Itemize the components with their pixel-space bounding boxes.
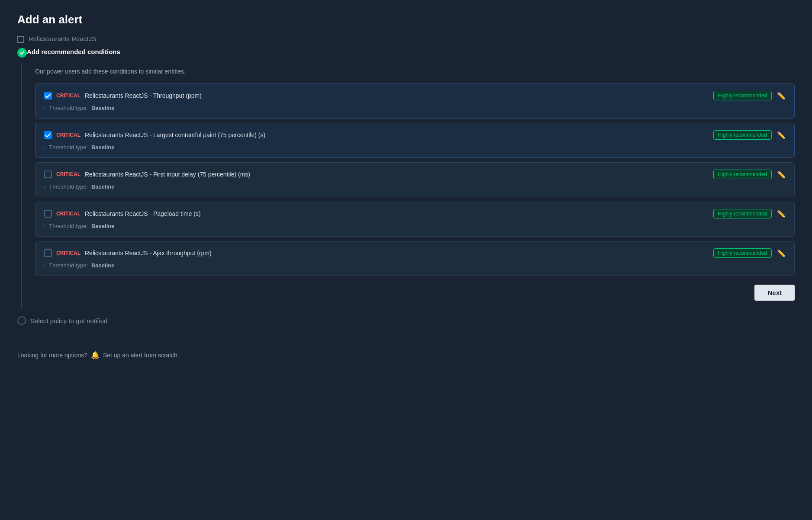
condition-threshold-1: › Threshold type: Baseline [44, 105, 786, 111]
edit-icon-3[interactable]: ✏️ [777, 170, 786, 179]
condition-name-2: Relicstaurants ReactJS - Largest content… [85, 132, 265, 138]
threshold-value-1: Baseline [91, 105, 114, 111]
condition-threshold-5: › Threshold type: Baseline [44, 262, 786, 269]
condition-right-2: Highly recommended ✏️ [713, 130, 786, 140]
footer: Looking for more options? 🔔 Set up an al… [17, 351, 795, 359]
condition-checkbox-1[interactable] [44, 92, 52, 100]
step-1-icon [17, 36, 24, 43]
condition-badge-5: Highly recommended [713, 248, 772, 258]
condition-right-1: Highly recommended ✏️ [713, 91, 786, 100]
condition-left-4: Critical Relicstaurants ReactJS - Pagelo… [44, 210, 201, 218]
condition-threshold-2: › Threshold type: Baseline [44, 144, 786, 151]
condition-card-5: Critical Relicstaurants ReactJS - Ajax t… [35, 241, 795, 276]
condition-header-5: Critical Relicstaurants ReactJS - Ajax t… [44, 248, 786, 258]
condition-badge-2: Highly recommended [713, 130, 772, 140]
page-title: Add an alert [17, 13, 795, 26]
condition-checkbox-4[interactable] [44, 210, 52, 218]
condition-severity-3: Critical [56, 171, 81, 177]
condition-left-2: Critical Relicstaurants ReactJS - Larges… [44, 131, 265, 139]
threshold-label-1: Threshold type: [49, 105, 88, 111]
step-1: Relicstaurants ReactJS [17, 35, 795, 43]
chevron-icon-4: › [44, 224, 45, 228]
condition-right-4: Highly recommended ✏️ [713, 209, 786, 218]
step-3-icon [17, 316, 26, 325]
condition-left-3: Critical Relicstaurants ReactJS - First … [44, 170, 250, 178]
threshold-label-2: Threshold type: [49, 144, 88, 151]
step-3: Select policy to get notified [17, 316, 795, 325]
condition-left-5: Critical Relicstaurants ReactJS - Ajax t… [44, 249, 212, 257]
threshold-value-3: Baseline [91, 183, 114, 190]
edit-icon-4[interactable]: ✏️ [777, 210, 786, 218]
conditions-list: Critical Relicstaurants ReactJS - Throug… [35, 83, 795, 276]
threshold-value-4: Baseline [91, 223, 114, 229]
edit-icon-2[interactable]: ✏️ [777, 131, 786, 139]
edit-icon-5[interactable]: ✏️ [777, 249, 786, 257]
condition-card-4: Critical Relicstaurants ReactJS - Pagelo… [35, 202, 795, 237]
condition-checkbox-3[interactable] [44, 170, 52, 178]
condition-severity-2: Critical [56, 132, 81, 138]
condition-header-2: Critical Relicstaurants ReactJS - Larges… [44, 130, 786, 140]
condition-name-4: Relicstaurants ReactJS - Pageload time (… [85, 210, 201, 217]
condition-badge-4: Highly recommended [713, 209, 772, 218]
next-button-container: Next [35, 285, 795, 301]
condition-threshold-4: › Threshold type: Baseline [44, 223, 786, 229]
step-3-label: Select policy to get notified [30, 317, 107, 324]
condition-threshold-3: › Threshold type: Baseline [44, 183, 786, 190]
step-2-content: Our power users add these conditions to … [21, 63, 795, 308]
bell-icon: 🔔 [91, 351, 100, 359]
threshold-label-3: Threshold type: [49, 183, 88, 190]
condition-severity-5: Critical [56, 250, 81, 256]
condition-header-4: Critical Relicstaurants ReactJS - Pagelo… [44, 209, 786, 218]
condition-checkbox-5[interactable] [44, 249, 52, 257]
condition-badge-1: Highly recommended [713, 91, 772, 100]
scratch-link[interactable]: Set up an alert from scratch. [103, 352, 179, 359]
condition-severity-1: Critical [56, 93, 81, 99]
condition-name-3: Relicstaurants ReactJS - First input del… [85, 171, 250, 178]
chevron-icon-5: › [44, 263, 45, 268]
condition-card-3: Critical Relicstaurants ReactJS - First … [35, 162, 795, 197]
condition-name-5: Relicstaurants ReactJS - Ajax throughput… [85, 250, 212, 257]
step-1-label: Relicstaurants ReactJS [29, 35, 96, 42]
step-2-label: Add recommended conditions [27, 48, 120, 55]
step-2-check-icon [17, 48, 27, 58]
condition-header-1: Critical Relicstaurants ReactJS - Throug… [44, 91, 786, 100]
next-button[interactable]: Next [754, 285, 795, 301]
step-2: Add recommended conditions [17, 48, 795, 58]
condition-right-3: Highly recommended ✏️ [713, 170, 786, 179]
condition-checkbox-2[interactable] [44, 131, 52, 139]
condition-card-2: Critical Relicstaurants ReactJS - Larges… [35, 123, 795, 158]
chevron-icon-3: › [44, 184, 45, 189]
threshold-value-2: Baseline [91, 144, 114, 151]
condition-header-3: Critical Relicstaurants ReactJS - First … [44, 170, 786, 179]
threshold-label-4: Threshold type: [49, 223, 88, 229]
chevron-icon-2: › [44, 145, 45, 150]
threshold-label-5: Threshold type: [49, 262, 88, 269]
condition-name-1: Relicstaurants ReactJS - Throughput (ppm… [85, 92, 202, 99]
condition-left-1: Critical Relicstaurants ReactJS - Throug… [44, 92, 202, 100]
condition-severity-4: Critical [56, 211, 81, 217]
edit-icon-1[interactable]: ✏️ [777, 92, 786, 100]
threshold-value-5: Baseline [91, 262, 114, 269]
condition-badge-3: Highly recommended [713, 170, 772, 179]
chevron-icon-1: › [44, 106, 45, 110]
condition-card-1: Critical Relicstaurants ReactJS - Throug… [35, 83, 795, 119]
condition-right-5: Highly recommended ✏️ [713, 248, 786, 258]
looking-for-more-text: Looking for more options? [17, 352, 87, 359]
section-description: Our power users add these conditions to … [35, 68, 795, 75]
